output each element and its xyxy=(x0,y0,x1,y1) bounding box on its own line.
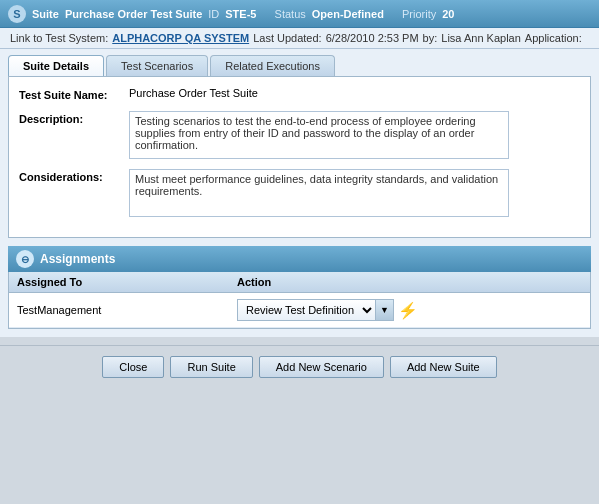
assigned-to-value: TestManagement xyxy=(17,304,237,316)
considerations-label: Considerations: xyxy=(19,169,129,183)
id-label: ID xyxy=(208,8,219,20)
close-button[interactable]: Close xyxy=(102,356,164,378)
assignment-row: TestManagement Review Test Definition Ex… xyxy=(9,293,590,328)
action-dropdown-arrow[interactable]: ▼ xyxy=(375,300,393,320)
status-label: Status xyxy=(275,8,306,20)
link-to-label: Link to Test System: xyxy=(10,32,108,44)
header-bar: S Suite Purchase Order Test Suite ID STE… xyxy=(0,0,599,28)
suite-name-row: Test Suite Name: Purchase Order Test Sui… xyxy=(19,87,580,101)
system-link[interactable]: ALPHACORP QA SYSTEM xyxy=(112,32,249,44)
col-header-action: Action xyxy=(237,276,582,288)
considerations-textarea[interactable]: Must meet performance guidelines, data i… xyxy=(129,169,509,217)
description-row: Description: Testing scenarios to test t… xyxy=(19,111,580,159)
tab-suite-details[interactable]: Suite Details xyxy=(8,55,104,76)
considerations-row: Considerations: Must meet performance gu… xyxy=(19,169,580,217)
link-bar: Link to Test System: ALPHACORP QA SYSTEM… xyxy=(0,28,599,49)
priority-value: 20 xyxy=(442,8,454,20)
tab-related-executions[interactable]: Related Executions xyxy=(210,55,335,76)
suite-name-value: Purchase Order Test Suite xyxy=(129,87,258,99)
tab-test-scenarios[interactable]: Test Scenarios xyxy=(106,55,208,76)
assignments-collapse-icon[interactable]: ⊖ xyxy=(16,250,34,268)
tabs-row: Suite Details Test Scenarios Related Exe… xyxy=(8,49,591,76)
run-action-icon[interactable]: ⚡ xyxy=(398,301,418,320)
action-dropdown[interactable]: Review Test Definition Execute Test Revi… xyxy=(237,299,394,321)
priority-label: Priority xyxy=(402,8,436,20)
last-updated-value: 6/28/2010 2:53 PM xyxy=(326,32,419,44)
suite-icon: S xyxy=(8,5,26,23)
add-scenario-button[interactable]: Add New Scenario xyxy=(259,356,384,378)
bottom-bar: Close Run Suite Add New Scenario Add New… xyxy=(0,345,599,388)
status-value: Open-Defined xyxy=(312,8,384,20)
suite-label: Suite xyxy=(32,8,59,20)
assignments-body: Assigned To Action TestManagement Review… xyxy=(8,272,591,329)
run-suite-button[interactable]: Run Suite xyxy=(170,356,252,378)
main-content: Suite Details Test Scenarios Related Exe… xyxy=(0,49,599,337)
suite-name-header: Purchase Order Test Suite xyxy=(65,8,202,20)
assignments-col-header: Assigned To Action xyxy=(9,272,590,293)
assignments-title: Assignments xyxy=(40,252,115,266)
description-label: Description: xyxy=(19,111,129,125)
action-select[interactable]: Review Test Definition Execute Test Revi… xyxy=(238,300,375,320)
suite-name-label: Test Suite Name: xyxy=(19,87,129,101)
add-suite-button[interactable]: Add New Suite xyxy=(390,356,497,378)
col-header-assigned: Assigned To xyxy=(17,276,237,288)
application-label: Application: xyxy=(525,32,582,44)
form-panel: Test Suite Name: Purchase Order Test Sui… xyxy=(8,76,591,238)
description-textarea[interactable]: Testing scenarios to test the end-to-end… xyxy=(129,111,509,159)
id-value: STE-5 xyxy=(225,8,256,20)
action-cell: Review Test Definition Execute Test Revi… xyxy=(237,299,582,321)
assignments-header[interactable]: ⊖ Assignments xyxy=(8,246,591,272)
by-label: by: xyxy=(423,32,438,44)
last-updated-label: Last Updated: xyxy=(253,32,322,44)
by-value: Lisa Ann Kaplan xyxy=(441,32,521,44)
